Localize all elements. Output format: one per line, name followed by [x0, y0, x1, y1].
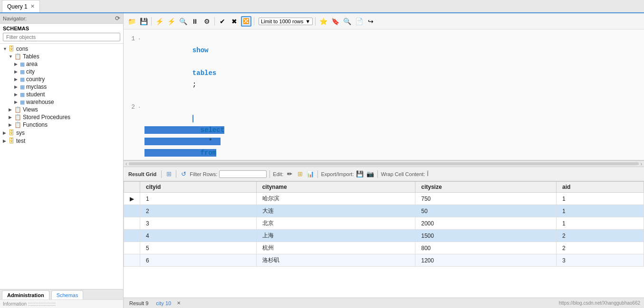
- table-row[interactable]: 4上海15002: [124, 230, 644, 242]
- tree-item-cons[interactable]: 🗄 cons: [0, 45, 123, 53]
- table-cell-aid[interactable]: 1: [557, 217, 644, 230]
- result9-tab[interactable]: Result 9: [127, 300, 150, 307]
- edit-pencil-btn[interactable]: ✏: [285, 170, 294, 178]
- tree-item-warehouse[interactable]: ▦ warehouse: [0, 98, 123, 106]
- open-folder-btn[interactable]: 📁: [126, 16, 137, 27]
- wrap-icon: Ī: [427, 171, 428, 177]
- navigator-icons: ⟳: [115, 15, 120, 22]
- tree-item-views[interactable]: 📋 Views: [0, 106, 123, 113]
- editor-line-2: 2 · select * from city;: [124, 102, 644, 160]
- result-grid-tab[interactable]: Result Grid: [126, 170, 158, 178]
- space2: *: [201, 138, 221, 145]
- scroll-left-btn[interactable]: ‹: [125, 161, 127, 167]
- table-cell-cityname[interactable]: 杭州: [256, 242, 415, 254]
- country-label: country: [26, 76, 45, 83]
- table-cell-cityid[interactable]: 1: [140, 193, 257, 205]
- export-disk-btn[interactable]: 💾: [356, 170, 364, 178]
- tree-item-functions[interactable]: 📋 Functions: [0, 121, 123, 129]
- tree-item-tables[interactable]: 📋 Tables: [0, 53, 123, 60]
- table-cell-cityid[interactable]: 6: [140, 254, 257, 267]
- export-cam-btn[interactable]: 📷: [366, 170, 375, 178]
- table-cell-cityid[interactable]: 4: [140, 230, 257, 242]
- row-indicator-header: [124, 182, 140, 193]
- execute-btn[interactable]: ⚡: [154, 16, 164, 27]
- table-row[interactable]: 3北京20001: [124, 217, 644, 230]
- bookmark-btn[interactable]: ⭐: [318, 16, 328, 27]
- table-cell-aid[interactable]: 2: [557, 242, 644, 254]
- table-cell-citysize[interactable]: 1200: [415, 254, 557, 267]
- schemas-tab[interactable]: Schemas: [51, 290, 84, 299]
- tree-item-area[interactable]: ▦ area: [0, 60, 123, 68]
- table-row[interactable]: 5杭州8002: [124, 242, 644, 254]
- table-row[interactable]: 2大连501: [124, 205, 644, 217]
- query-tab-close[interactable]: ✕: [30, 3, 35, 9]
- sidebar-info: Information :::::::::::::::::::::: [0, 299, 123, 308]
- tree-item-myclass[interactable]: ▦ myclass: [0, 83, 123, 91]
- table-cell-citysize[interactable]: 2000: [415, 217, 557, 230]
- grid-icon-btn[interactable]: ⊞: [164, 170, 173, 178]
- table-cell-cityid[interactable]: 3: [140, 217, 257, 230]
- tree-item-test[interactable]: 🗄 test: [0, 137, 123, 145]
- sp-arrow: [9, 115, 13, 120]
- sql-editor[interactable]: 1 · show tables ; 2 · select: [124, 29, 644, 160]
- table-cell-citysize[interactable]: 1500: [415, 230, 557, 242]
- result-sep5: [377, 170, 378, 178]
- result-table-container[interactable]: cityid cityname citysize aid ▶1哈尔滨75012大…: [124, 181, 644, 298]
- filter-objects-input[interactable]: [3, 33, 120, 41]
- edit-table-btn[interactable]: 📊: [306, 170, 315, 178]
- db-icon: 🗄: [9, 45, 15, 52]
- rollback-btn[interactable]: ✖: [229, 16, 240, 27]
- table-row[interactable]: ▶1哈尔滨7501: [124, 193, 644, 205]
- url-label: https://blog.csdn.net/Xhanggubhao662: [559, 300, 640, 306]
- table-row[interactable]: 6洛杉矶12003: [124, 254, 644, 267]
- limit-rows-dropdown[interactable]: Limit to 1000 rows ▼: [259, 18, 313, 25]
- stop-btn[interactable]: ⏸: [190, 16, 200, 27]
- tree-item-country[interactable]: ▦ country: [0, 75, 123, 83]
- advanced-btn[interactable]: ⚙: [202, 16, 212, 27]
- table-cell-aid[interactable]: 3: [557, 254, 644, 267]
- table-cell-cityname[interactable]: 洛杉矶: [256, 254, 415, 267]
- table-cell-citysize[interactable]: 800: [415, 242, 557, 254]
- export-label: Export/Import:: [321, 171, 354, 177]
- save-btn[interactable]: 💾: [138, 16, 149, 27]
- inspect-btn[interactable]: 📄: [354, 16, 364, 27]
- sidebar-tab-bar: Administration Schemas: [0, 289, 123, 299]
- horizontal-scroll[interactable]: ‹ ›: [124, 160, 644, 167]
- table-cell-citysize[interactable]: 750: [415, 193, 557, 205]
- tree-item-student[interactable]: ▦ student: [0, 91, 123, 98]
- table-cell-cityname[interactable]: 哈尔滨: [256, 193, 415, 205]
- edit-grid-btn[interactable]: ⊞: [296, 170, 304, 178]
- table-cell-aid[interactable]: 1: [557, 193, 644, 205]
- table-cell-cityname[interactable]: 上海: [256, 230, 415, 242]
- tree-item-stored-procedures[interactable]: 📋 Stored Procedures: [0, 113, 123, 121]
- explain-btn[interactable]: 🔍: [178, 16, 188, 27]
- table-cell-cityname[interactable]: 大连: [256, 205, 415, 217]
- city10-tab[interactable]: city 10: [154, 300, 173, 307]
- tables-icon: 📋: [14, 53, 21, 60]
- export-btn[interactable]: ↪: [365, 16, 376, 27]
- auto-commit-btn[interactable]: 🔀: [241, 16, 251, 27]
- table-cell-citysize[interactable]: 50: [415, 205, 557, 217]
- find-btn[interactable]: 🔍: [342, 16, 352, 27]
- execute-current-btn[interactable]: ⚡: [166, 16, 176, 27]
- tree-item-sys[interactable]: 🗄 sys: [0, 129, 123, 137]
- refresh-icon[interactable]: ⟳: [115, 15, 120, 22]
- filter-rows-input[interactable]: [219, 170, 267, 178]
- tree-item-city[interactable]: ▦ city: [0, 68, 123, 75]
- table-cell-cityid[interactable]: 5: [140, 242, 257, 254]
- filter-label: Filter Rows:: [190, 171, 217, 177]
- table-cell-aid[interactable]: 1: [557, 205, 644, 217]
- limit-rows-label: Limit to 1000 rows: [261, 19, 303, 24]
- query-tab[interactable]: Query 1 ✕: [2, 0, 40, 12]
- table-cell-aid[interactable]: 2: [557, 230, 644, 242]
- test-arrow: [3, 139, 8, 143]
- table-cell-cityid[interactable]: 2: [140, 205, 257, 217]
- refresh-result-btn[interactable]: ↺: [179, 170, 188, 178]
- flag-btn[interactable]: 🔖: [330, 16, 340, 27]
- result-sep2: [176, 170, 176, 178]
- scroll-right-btn[interactable]: ›: [641, 161, 642, 167]
- commit-btn[interactable]: ✔: [217, 16, 228, 27]
- administration-tab[interactable]: Administration: [2, 290, 49, 299]
- table-cell-cityname[interactable]: 北京: [256, 217, 415, 230]
- city10-close[interactable]: ✕: [177, 300, 181, 306]
